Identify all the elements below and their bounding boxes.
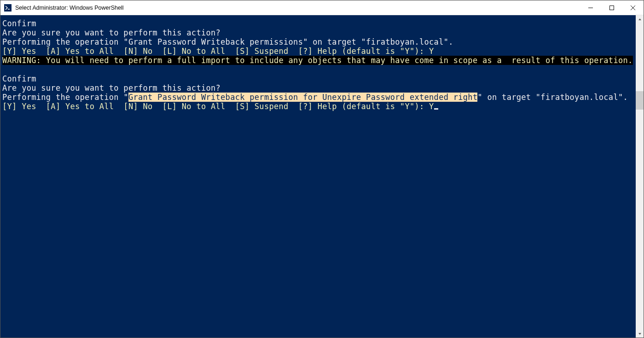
warning-line: WARNING: You will need to perform a full… bbox=[2, 56, 636, 65]
confirm-heading-1: Confirm bbox=[2, 19, 636, 28]
terminal-output[interactable]: ConfirmAre you sure you want to perform … bbox=[0, 15, 636, 338]
text-cursor bbox=[434, 108, 438, 110]
svg-rect-2 bbox=[610, 6, 614, 10]
maximize-button[interactable] bbox=[601, 0, 622, 15]
scroll-down-arrow-icon[interactable] bbox=[636, 330, 644, 338]
op-highlight: Grant Password Writeback permission for … bbox=[128, 93, 478, 102]
confirm-prompt-1: [Y] Yes [A] Yes to All [N] No [L] No to … bbox=[2, 47, 636, 56]
warning-text: WARNING: You will need to perform a full… bbox=[2, 56, 633, 65]
confirm-operation-1: Performing the operation "Grant Password… bbox=[2, 37, 636, 47]
confirm-question-1: Are you sure you want to perform this ac… bbox=[2, 28, 636, 37]
minimize-button[interactable] bbox=[580, 0, 601, 15]
confirm-prompt-2: [Y] Yes [A] Yes to All [N] No [L] No to … bbox=[2, 102, 636, 111]
scroll-up-arrow-icon[interactable] bbox=[636, 15, 644, 23]
window-controls bbox=[580, 0, 644, 15]
powershell-window: Select Administrator: Windows PowerShell… bbox=[0, 0, 644, 338]
close-button[interactable] bbox=[622, 0, 644, 15]
op-post: " on target "firatboyan.local". bbox=[477, 93, 628, 102]
scroll-thumb[interactable] bbox=[636, 91, 644, 110]
blank-line bbox=[2, 65, 636, 74]
titlebar[interactable]: Select Administrator: Windows PowerShell bbox=[0, 0, 644, 15]
content-area: ConfirmAre you sure you want to perform … bbox=[0, 15, 644, 338]
powershell-icon bbox=[4, 4, 12, 12]
confirm-question-2: Are you sure you want to perform this ac… bbox=[2, 83, 636, 93]
vertical-scrollbar[interactable] bbox=[636, 15, 644, 338]
confirm-heading-2: Confirm bbox=[2, 74, 636, 83]
confirm-operation-2: Performing the operation "Grant Password… bbox=[2, 93, 636, 102]
window-title: Select Administrator: Windows PowerShell bbox=[15, 5, 580, 11]
op-pre: Performing the operation " bbox=[2, 93, 128, 102]
prompt-text-2: [Y] Yes [A] Yes to All [N] No [L] No to … bbox=[2, 102, 434, 111]
scroll-track[interactable] bbox=[636, 23, 644, 330]
